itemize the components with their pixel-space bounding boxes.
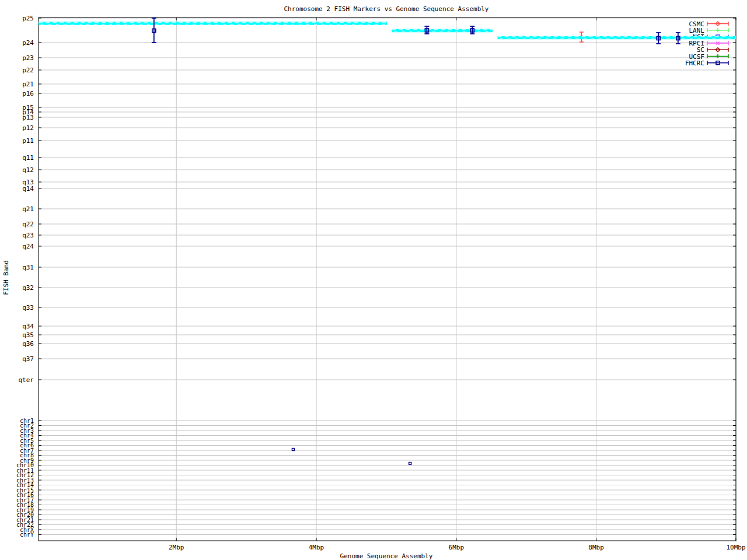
chart-title: Chromosome 2 FISH Markers vs Genome Sequ…	[284, 5, 489, 13]
band-tick-label: p24	[22, 39, 34, 47]
legend-label-fhcrc: FHCRC	[685, 60, 704, 67]
plot-area: p25p24p23p22p21p16p15p14p13p12p11q11q12q…	[16, 15, 746, 551]
x-tick-label: 6Mbp	[449, 544, 465, 551]
x-tick-label: 4Mbp	[309, 544, 324, 551]
band-tick-label: p22	[22, 66, 34, 74]
band-tick-label: q14	[22, 185, 34, 192]
band-tick-label: q21	[22, 205, 34, 213]
chart-canvas: Chromosome 2 FISH Markers vs Genome Sequ…	[0, 0, 747, 560]
band-tick-label: p16	[22, 90, 34, 97]
band-tick-label: qter	[19, 376, 34, 384]
band-tick-label: q32	[22, 284, 34, 292]
square-marker	[409, 463, 411, 465]
band-tick-label: p11	[22, 137, 34, 145]
band-tick-label: p13	[22, 114, 34, 121]
chr-tick-label: chrY	[20, 531, 34, 538]
x-tick-label: 8Mbp	[588, 544, 604, 551]
band-tick-label: q12	[22, 166, 34, 174]
x-axis-label: Genome Sequence Assembly	[340, 552, 433, 560]
band-tick-label: p12	[22, 124, 34, 132]
band-tick-label: q24	[22, 243, 34, 250]
x-tick-label: 2Mbp	[169, 544, 184, 551]
band-tick-label: q22	[22, 220, 34, 228]
band-tick-label: q23	[22, 232, 34, 239]
band-tick-label: q11	[22, 154, 34, 162]
band-tick-label: q31	[22, 264, 34, 271]
band-tick-label: q35	[22, 331, 34, 339]
plot-border	[39, 18, 736, 541]
x-tick-label: 10Mbp	[726, 544, 745, 551]
band-tick-label: p23	[22, 54, 34, 62]
band-tick-label: q34	[22, 323, 34, 330]
square-marker	[292, 449, 294, 451]
band-tick-label: p25	[22, 15, 34, 22]
band-tick-label: q36	[22, 340, 34, 348]
band-tick-label: q37	[22, 355, 34, 363]
fish-map-figure: Chromosome 2 FISH Markers vs Genome Sequ…	[0, 0, 747, 560]
band-tick-label: p21	[22, 80, 34, 88]
y-axis-label: FISH Band	[2, 260, 10, 295]
band-tick-label: q33	[22, 304, 34, 312]
